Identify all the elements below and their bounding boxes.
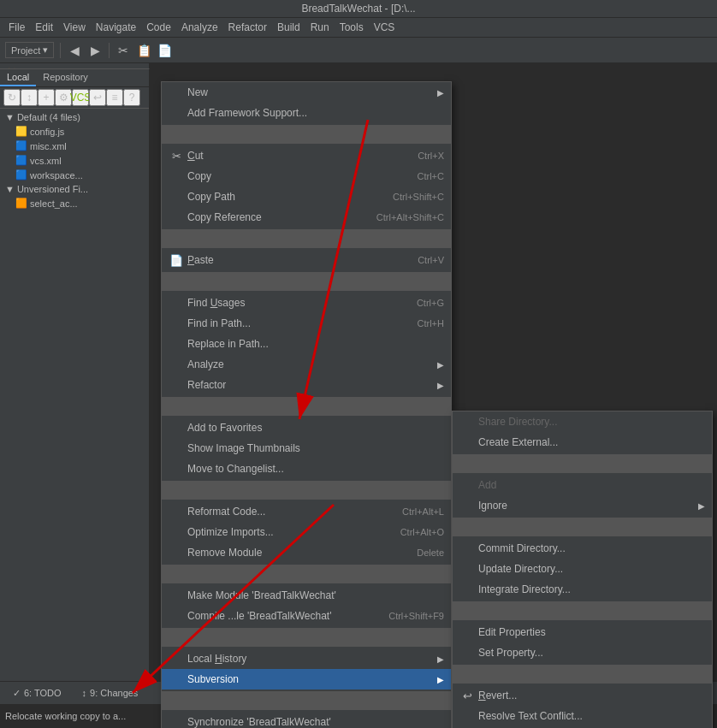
toolbar-forward-btn[interactable]: ▶ <box>86 41 104 60</box>
menu-build[interactable]: Build <box>272 20 305 35</box>
ctx-cut[interactable]: ✂ Cut Ctrl+X <box>162 145 451 166</box>
file-vcs[interactable]: 🟦 vcs.xml <box>0 153 149 168</box>
changes-diff-btn[interactable]: ≡ <box>106 89 123 106</box>
menu-code[interactable]: Code <box>141 20 176 35</box>
ctx-changelist-icon <box>169 461 184 476</box>
vcs-edit-props[interactable]: Edit Properties <box>453 622 712 642</box>
ctx-reformat-icon <box>169 504 184 519</box>
ctx-synchronize-label: Synchronize 'BreadTalkWechat' <box>187 716 444 728</box>
file-misc[interactable]: 🟦 misc.xml <box>0 139 149 153</box>
file-config[interactable]: 🟨 config.js <box>0 124 149 139</box>
menu-navigate[interactable]: Navigate <box>91 20 141 35</box>
ctx-analyze[interactable]: Analyze ▶ <box>162 354 451 375</box>
ctx-replace-path[interactable]: Replace in Path... <box>162 334 451 354</box>
unversioned-group[interactable]: ▼ Unversioned Fi... <box>0 182 149 196</box>
toolbar-copy-btn[interactable]: 📋 <box>134 41 153 60</box>
vcs-ignore-arrow: ▶ <box>698 501 705 511</box>
changes-tab-local[interactable]: Local <box>0 69 36 86</box>
changes-help-btn[interactable]: ? <box>123 89 140 106</box>
ctx-find-path[interactable]: Find in Path... Ctrl+H <box>162 313 451 334</box>
vcs-update-dir-label: Update Directory... <box>478 563 705 575</box>
menu-view[interactable]: View <box>58 20 91 35</box>
toolbar-back-btn[interactable]: ◀ <box>65 41 84 60</box>
title-text: BreadTalkWechat - [D:\... <box>301 3 415 15</box>
vcs-commit-dir[interactable]: Commit Directory... <box>453 538 712 559</box>
ctx-refactor[interactable]: Refactor ▶ <box>162 375 451 395</box>
ctx-cut-icon: ✂ <box>169 148 184 163</box>
ctx-sep-7 <box>162 628 451 647</box>
changes-collapse-btn[interactable]: ↕ <box>21 89 38 106</box>
vcs-commit-dir-label: Commit Directory... <box>478 542 705 554</box>
vcs-set-property[interactable]: Set Property... <box>453 642 712 663</box>
ctx-new[interactable]: New ▶ <box>162 82 451 103</box>
ctx-framework[interactable]: Add Framework Support... <box>162 103 451 123</box>
toolbar-paste-btn[interactable]: 📄 <box>155 41 174 60</box>
changes-tab-repository[interactable]: Repository <box>36 69 95 86</box>
tab-changes[interactable]: ↕ 9: Changes <box>73 684 148 701</box>
ctx-find-usages[interactable]: Find Usages Ctrl+G <box>162 293 451 313</box>
vcs-resolve-conflict-icon <box>459 708 475 724</box>
status-text: Relocate working copy to a... <box>5 711 126 721</box>
ctx-favorites[interactable]: Add to Favorites <box>162 417 451 438</box>
project-dropdown[interactable]: Project ▾ <box>5 42 54 58</box>
menu-refactor[interactable]: Refactor <box>223 20 272 35</box>
default-group[interactable]: ▼ Default (4 files) <box>0 110 149 124</box>
menu-analyze[interactable]: Analyze <box>176 20 223 35</box>
changes-tabs: Local Repository <box>0 69 149 87</box>
menu-vcs[interactable]: VCS <box>369 20 400 35</box>
vcs-revert-label: Revert... <box>478 690 705 701</box>
vcs-ignore[interactable]: Ignore ▶ <box>453 495 712 516</box>
menu-edit[interactable]: Edit <box>30 20 58 35</box>
vcs-revert[interactable]: ↩ Revert... <box>453 685 712 706</box>
ctx-refactor-icon <box>169 377 184 393</box>
ctx-paste[interactable]: 📄 Paste Ctrl+V <box>162 250 451 270</box>
ctx-find-usages-icon <box>169 295 184 311</box>
ctx-analyze-icon <box>169 357 184 372</box>
ctx-replace-path-icon <box>169 336 184 352</box>
ctx-paste-shortcut: Ctrl+V <box>418 255 444 265</box>
ctx-cut-shortcut: Ctrl+X <box>418 151 444 161</box>
ctx-remove-module[interactable]: Remove Module Delete <box>162 542 451 563</box>
ctx-reformat[interactable]: Reformat Code... Ctrl+Alt+L <box>162 501 451 522</box>
ctx-remove-module-icon <box>169 545 184 560</box>
ctx-sep-6 <box>162 565 451 583</box>
ctx-synchronize-icon <box>169 714 184 728</box>
menu-run[interactable]: Run <box>305 20 335 35</box>
toolbar-cut-btn[interactable]: ✂ <box>114 41 133 60</box>
vcs-resolve-conflict[interactable]: Resolve Text Conflict... <box>453 706 712 726</box>
changes-vcs-btn[interactable]: VCS <box>72 89 89 106</box>
ctx-subversion[interactable]: Subversion ▶ <box>162 669 451 690</box>
file-workspace[interactable]: 🟦 workspace... <box>0 168 149 182</box>
ctx-optimize[interactable]: Optimize Imports... Ctrl+Alt+O <box>162 522 451 542</box>
changes-undo-btn[interactable]: ↩ <box>89 89 106 106</box>
ctx-thumbnails-icon <box>169 441 184 456</box>
ctx-copy-path[interactable]: Copy Path Ctrl+Shift+C <box>162 186 451 207</box>
vcs-create-external[interactable]: Create External... <box>453 432 712 453</box>
vcs-edit-props-label: Edit Properties <box>478 626 705 638</box>
ctx-favorites-label: Add to Favorites <box>187 422 444 434</box>
ctx-sep-4 <box>162 397 451 416</box>
vcs-ignore-label: Ignore <box>478 500 695 512</box>
todo-label: 6: TODO <box>24 688 62 698</box>
ctx-make-module[interactable]: Make Module 'BreadTalkWechat' <box>162 585 451 606</box>
ctx-changelist-label: Move to Changelist... <box>187 463 444 475</box>
menu-tools[interactable]: Tools <box>335 20 369 35</box>
ctx-changelist[interactable]: Move to Changelist... <box>162 459 451 479</box>
ctx-compile-icon <box>169 608 184 624</box>
ctx-copy-ref[interactable]: Copy Reference Ctrl+Alt+Shift+C <box>162 207 451 228</box>
menu-file[interactable]: File <box>3 20 30 35</box>
ctx-copy[interactable]: Copy Ctrl+C <box>162 166 451 186</box>
ctx-sep-1 <box>162 125 451 144</box>
ctx-compile[interactable]: Compile ...le 'BreadTalkWechat' Ctrl+Shi… <box>162 606 451 626</box>
vcs-update-dir[interactable]: Update Directory... <box>453 559 712 579</box>
file-select[interactable]: 🟧 select_ac... <box>0 196 149 210</box>
tab-todo[interactable]: ✓ 6: TODO <box>3 684 71 702</box>
ctx-synchronize[interactable]: Synchronize 'BreadTalkWechat' <box>162 712 451 728</box>
vcs-sep-4 <box>453 665 712 684</box>
ctx-thumbnails[interactable]: Show Image Thumbnails <box>162 438 451 459</box>
changes-add-btn[interactable]: + <box>38 89 55 106</box>
changes-refresh-btn[interactable]: ↻ <box>3 89 21 106</box>
ctx-local-history[interactable]: Local History ▶ <box>162 648 451 669</box>
vcs-integrate-dir[interactable]: Integrate Directory... <box>453 579 712 600</box>
ctx-sep-3 <box>162 272 451 291</box>
